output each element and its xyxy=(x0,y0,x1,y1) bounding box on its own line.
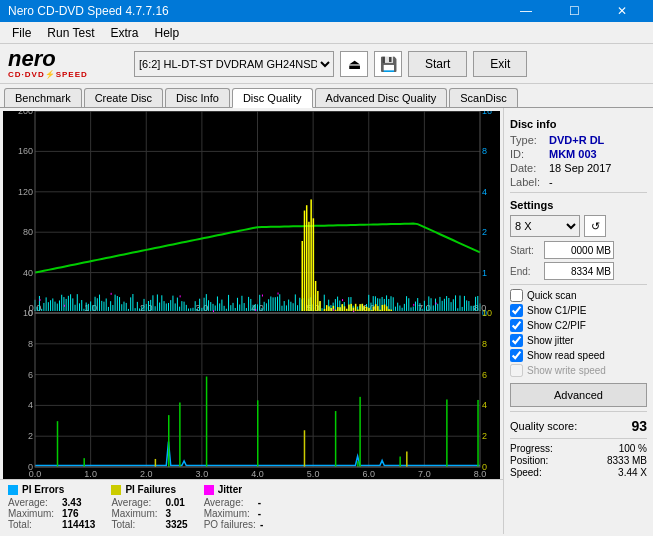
divider2 xyxy=(510,284,647,285)
quick-scan-label: Quick scan xyxy=(527,290,576,301)
app-logo: nero CD·DVD⚡SPEED xyxy=(8,48,128,79)
tab-create-disc[interactable]: Create Disc xyxy=(84,88,163,107)
advanced-button[interactable]: Advanced xyxy=(510,383,647,407)
start-field-input[interactable] xyxy=(544,241,614,259)
position-row: Position: 8333 MB xyxy=(510,455,647,466)
disc-date-label: Date: xyxy=(510,162,545,174)
pi-failures-average: 0.01 xyxy=(165,497,184,508)
disc-label-value: - xyxy=(549,176,553,188)
speed-label: Speed: xyxy=(510,467,542,478)
minimize-button[interactable]: — xyxy=(503,0,549,22)
menu-bar: File Run Test Extra Help xyxy=(0,22,653,44)
show-c1-pie-checkbox[interactable] xyxy=(510,304,523,317)
pi-errors-title: PI Errors xyxy=(22,484,64,495)
disc-id-value: MKM 003 xyxy=(549,148,597,160)
disc-label-label: Label: xyxy=(510,176,545,188)
progress-section: Progress: 100 % Position: 8333 MB Speed:… xyxy=(510,443,647,478)
quick-scan-row: Quick scan xyxy=(510,289,647,302)
right-panel: Disc info Type: DVD+R DL ID: MKM 003 Dat… xyxy=(503,108,653,534)
disc-date-row: Date: 18 Sep 2017 xyxy=(510,162,647,174)
main-chart xyxy=(3,111,500,479)
disc-type-row: Type: DVD+R DL xyxy=(510,134,647,146)
exit-button[interactable]: Exit xyxy=(473,51,527,77)
app-title: Nero CD-DVD Speed 4.7.7.16 xyxy=(8,4,169,18)
pi-failures-title: PI Failures xyxy=(125,484,176,495)
jitter-color-dot xyxy=(204,485,214,495)
drive-select[interactable]: [6:2] HL-DT-ST DVDRAM GH24NSD0 LH00 xyxy=(134,51,334,77)
quick-scan-checkbox[interactable] xyxy=(510,289,523,302)
disc-label-row: Label: - xyxy=(510,176,647,188)
show-jitter-label: Show jitter xyxy=(527,335,574,346)
position-label: Position: xyxy=(510,455,548,466)
show-write-speed-row: Show write speed xyxy=(510,364,647,377)
position-value: 8333 MB xyxy=(607,455,647,466)
jitter-po-failures: - xyxy=(260,519,263,530)
pi-errors-color-dot xyxy=(8,485,18,495)
end-field-label: End: xyxy=(510,266,540,277)
legend-pi-errors: PI Errors Average: 3.43 Maximum: 176 Tot… xyxy=(8,484,95,530)
menu-run-test[interactable]: Run Test xyxy=(39,22,102,44)
legend-pi-failures: PI Failures Average: 0.01 Maximum: 3 Tot… xyxy=(111,484,187,530)
show-write-speed-checkbox xyxy=(510,364,523,377)
show-read-speed-checkbox[interactable] xyxy=(510,349,523,362)
maximize-button[interactable]: ☐ xyxy=(551,0,597,22)
show-write-speed-label: Show write speed xyxy=(527,365,606,376)
legend-jitter: Jitter Average: - Maximum: - PO failures… xyxy=(204,484,264,530)
show-jitter-row: Show jitter xyxy=(510,334,647,347)
quality-score-value: 93 xyxy=(631,418,647,434)
jitter-average: - xyxy=(258,497,261,508)
refresh-icon[interactable]: ↺ xyxy=(584,215,606,237)
main-content: PI Errors Average: 3.43 Maximum: 176 Tot… xyxy=(0,108,653,534)
show-read-speed-label: Show read speed xyxy=(527,350,605,361)
pi-failures-color-dot xyxy=(111,485,121,495)
menu-help[interactable]: Help xyxy=(147,22,188,44)
show-jitter-checkbox[interactable] xyxy=(510,334,523,347)
eject-icon[interactable]: ⏏ xyxy=(340,51,368,77)
menu-file[interactable]: File xyxy=(4,22,39,44)
close-button[interactable]: ✕ xyxy=(599,0,645,22)
legend-area: PI Errors Average: 3.43 Maximum: 176 Tot… xyxy=(0,479,503,534)
pi-errors-maximum: 176 xyxy=(62,508,79,519)
divider1 xyxy=(510,192,647,193)
progress-label: Progress: xyxy=(510,443,553,454)
window-controls: — ☐ ✕ xyxy=(503,0,645,22)
quality-score-label: Quality score: xyxy=(510,420,577,432)
show-c2-pif-row: Show C2/PIF xyxy=(510,319,647,332)
charts-area xyxy=(3,111,500,479)
jitter-maximum: - xyxy=(258,508,261,519)
charts-section: PI Errors Average: 3.43 Maximum: 176 Tot… xyxy=(0,108,503,534)
pi-errors-total: 114413 xyxy=(62,519,95,530)
toolbar: nero CD·DVD⚡SPEED [6:2] HL-DT-ST DVDRAM … xyxy=(0,44,653,84)
tab-benchmark[interactable]: Benchmark xyxy=(4,88,82,107)
tab-scan-disc[interactable]: ScanDisc xyxy=(449,88,517,107)
disc-type-label: Type: xyxy=(510,134,545,146)
divider3 xyxy=(510,411,647,412)
show-c2-pif-checkbox[interactable] xyxy=(510,319,523,332)
title-bar: Nero CD-DVD Speed 4.7.7.16 — ☐ ✕ xyxy=(0,0,653,22)
disc-info-title: Disc info xyxy=(510,118,647,130)
menu-extra[interactable]: Extra xyxy=(102,22,146,44)
progress-value: 100 % xyxy=(619,443,647,454)
tab-disc-info[interactable]: Disc Info xyxy=(165,88,230,107)
start-field-label: Start: xyxy=(510,245,540,256)
show-c1-pie-label: Show C1/PIE xyxy=(527,305,586,316)
tab-disc-quality[interactable]: Disc Quality xyxy=(232,88,313,108)
tab-advanced-disc-quality[interactable]: Advanced Disc Quality xyxy=(315,88,448,107)
end-field-input[interactable] xyxy=(544,262,614,280)
disc-id-row: ID: MKM 003 xyxy=(510,148,647,160)
tab-bar: Benchmark Create Disc Disc Info Disc Qua… xyxy=(0,84,653,108)
speed-row: Speed: 3.44 X xyxy=(510,467,647,478)
speed-select[interactable]: 8 X 1 X2 X4 X 12 X16 XMax xyxy=(510,215,580,237)
start-field-row: Start: xyxy=(510,241,647,259)
speed-value: 3.44 X xyxy=(618,467,647,478)
start-button[interactable]: Start xyxy=(408,51,467,77)
show-c2-pif-label: Show C2/PIF xyxy=(527,320,586,331)
settings-title: Settings xyxy=(510,199,647,211)
divider4 xyxy=(510,438,647,439)
disc-date-value: 18 Sep 2017 xyxy=(549,162,611,174)
pi-failures-total: 3325 xyxy=(165,519,187,530)
disc-id-label: ID: xyxy=(510,148,545,160)
progress-row: Progress: 100 % xyxy=(510,443,647,454)
jitter-title: Jitter xyxy=(218,484,242,495)
save-icon[interactable]: 💾 xyxy=(374,51,402,77)
